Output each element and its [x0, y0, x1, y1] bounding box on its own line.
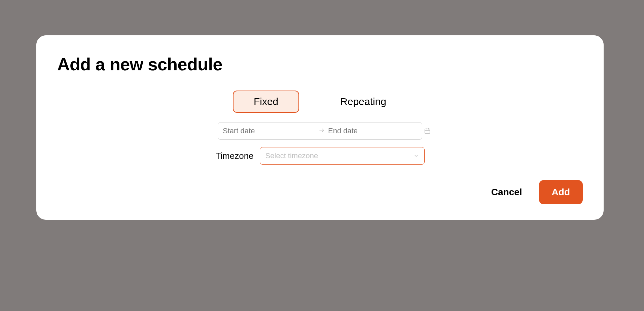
svg-rect-1 [425, 129, 430, 133]
calendar-icon [424, 128, 431, 134]
tab-repeating[interactable]: Repeating [319, 91, 407, 113]
schedule-type-tabs: Fixed Repeating [57, 91, 583, 113]
timezone-placeholder: Select timezone [265, 151, 318, 160]
modal-footer: Cancel Add [57, 180, 583, 204]
start-date-input[interactable] [223, 127, 315, 135]
timezone-label: Timezone [215, 151, 253, 161]
date-row [57, 122, 583, 140]
add-button[interactable]: Add [539, 180, 583, 204]
date-range-picker[interactable] [218, 122, 422, 140]
end-date-input[interactable] [328, 127, 421, 135]
timezone-row: Timezone Select timezone [57, 147, 583, 165]
modal-title: Add a new schedule [57, 54, 583, 74]
add-schedule-modal: Add a new schedule Fixed Repeating Timez… [36, 35, 604, 220]
chevron-down-icon [414, 153, 419, 159]
arrow-right-icon [319, 127, 325, 135]
timezone-select[interactable]: Select timezone [260, 147, 425, 165]
tab-fixed[interactable]: Fixed [233, 91, 299, 113]
cancel-button[interactable]: Cancel [489, 183, 525, 201]
